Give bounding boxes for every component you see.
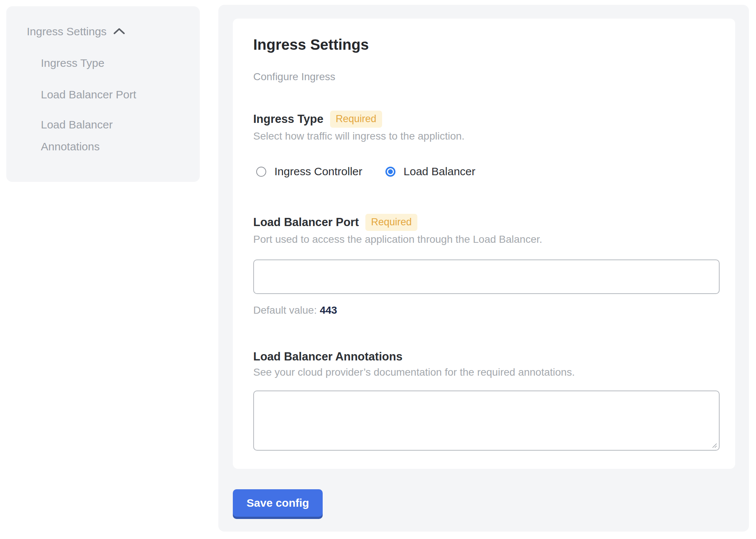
radio-option-ingress-controller[interactable]: Ingress Controller [256,165,362,178]
chevron-up-icon [113,27,126,36]
radio-label-ingress-controller: Ingress Controller [274,165,362,178]
ingress-type-label-row: Ingress Type Required [253,111,720,128]
load-balancer-annotations-textarea[interactable] [253,391,720,451]
load-balancer-annotations-label: Load Balancer Annotations [253,350,403,364]
required-badge: Required [365,214,417,231]
page-subtitle: Configure Ingress [253,71,720,83]
ingress-type-description: Select how traffic will ingress to the a… [253,130,720,143]
radio-icon[interactable] [385,167,395,177]
load-balancer-port-label-row: Load Balancer Port Required [253,214,720,231]
default-value-label: Default value: [253,304,317,316]
load-balancer-annotations-description: See your cloud provider’s documentation … [253,366,720,379]
load-balancer-port-label: Load Balancer Port [253,215,359,229]
required-badge: Required [330,111,382,128]
load-balancer-port-description: Port used to access the application thro… [253,233,720,246]
ingress-type-radio-group: Ingress Controller Load Balancer [253,165,720,178]
sidebar-item-load-balancer-annotations[interactable]: Load Balancer Annotations [41,114,167,157]
load-balancer-annotations-field [253,391,720,451]
ingress-settings-panel: Ingress Settings Configure Ingress Ingre… [218,5,749,532]
sidebar-item-ingress-type[interactable]: Ingress Type [41,56,167,70]
sidebar-section-ingress-settings[interactable]: Ingress Settings [27,25,200,38]
load-balancer-annotations-label-row: Load Balancer Annotations [253,350,720,364]
radio-icon[interactable] [256,167,266,177]
settings-nav-sidebar: Ingress Settings Ingress Type Load Balan… [6,6,200,182]
ingress-settings-card: Ingress Settings Configure Ingress Ingre… [233,19,735,469]
radio-label-load-balancer: Load Balancer [404,165,475,178]
default-value: 443 [320,304,337,316]
load-balancer-port-input[interactable] [253,259,720,294]
save-config-button[interactable]: Save config [233,489,323,517]
default-value-line: Default value:443 [253,304,720,317]
radio-option-load-balancer[interactable]: Load Balancer [385,165,475,178]
ingress-type-label: Ingress Type [253,112,323,126]
page-title: Ingress Settings [253,36,720,53]
sidebar-section-title: Ingress Settings [27,25,107,38]
sidebar-item-load-balancer-port[interactable]: Load Balancer Port [41,88,167,101]
